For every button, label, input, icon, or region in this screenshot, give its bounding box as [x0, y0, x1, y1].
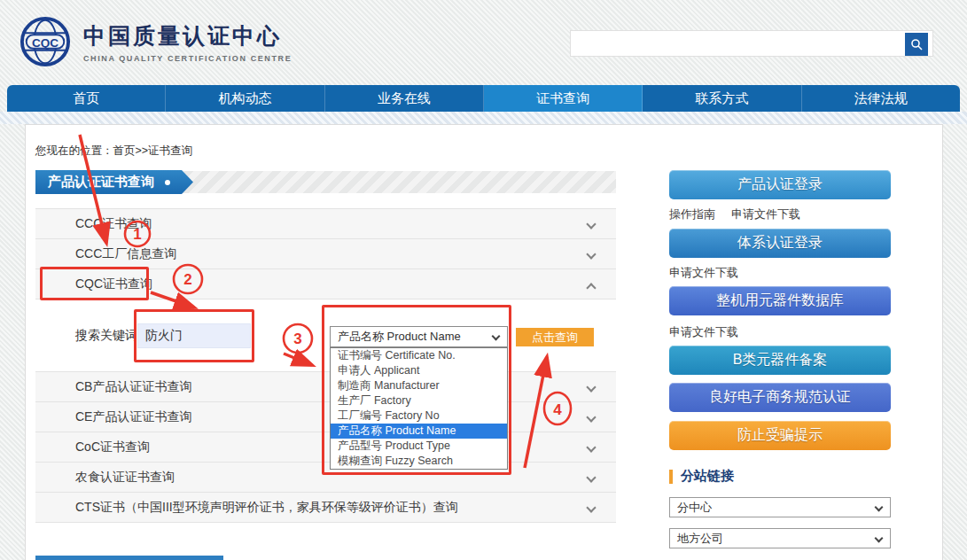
- cqc-search-panel: 搜索关键词: 产品名称 Product Name 点击查询 证书编号 Certi…: [35, 299, 616, 372]
- chevron-down-icon: [586, 382, 596, 392]
- svg-text:CQC: CQC: [32, 36, 58, 50]
- application-download-link[interactable]: 申请文件下载: [669, 324, 738, 340]
- chevron-down-icon: [586, 502, 596, 512]
- site-header: CQC 中国质量认证中心 CHINA QUALITY CERTIFICATION…: [0, 0, 967, 85]
- local-company-select[interactable]: 地方公司: [669, 528, 891, 548]
- nav-item-contact[interactable]: 联系方式: [643, 85, 801, 112]
- option-product-name[interactable]: 产品名称 Product Name: [331, 424, 507, 439]
- search-field-select[interactable]: 产品名称 Product Name: [330, 326, 508, 347]
- option-factory[interactable]: 生产厂 Factory: [331, 393, 507, 408]
- nav-item-laws[interactable]: 法律法规: [802, 85, 960, 112]
- chevron-down-icon: [586, 219, 596, 229]
- search-button[interactable]: [905, 33, 928, 56]
- section-header: 产品认证证书查询: [35, 170, 616, 194]
- option-certificate-no[interactable]: 证书编号 Certificate No.: [331, 348, 507, 363]
- nav-item-online-business[interactable]: 业务在线: [325, 85, 484, 112]
- class-b-component-button[interactable]: B类元器件备案: [669, 346, 891, 375]
- nav-sub-strip: [0, 112, 967, 124]
- search-field-dropdown-list: 证书编号 Certificate No. 申请人 Applicant 制造商 M…: [330, 347, 508, 470]
- accordion-item-ccc-factory[interactable]: CCC工厂信息查询: [35, 239, 616, 269]
- chevron-down-icon: [492, 332, 501, 341]
- fraud-warning-button[interactable]: 防止受骗提示: [669, 421, 891, 450]
- ecommerce-cert-button[interactable]: 良好电子商务规范认证: [669, 383, 891, 412]
- option-applicant[interactable]: 申请人 Applicant: [331, 363, 507, 378]
- site-logo[interactable]: CQC 中国质量认证中心 CHINA QUALITY CERTIFICATION…: [19, 16, 292, 67]
- page-title: 产品认证证书查询: [48, 174, 154, 191]
- chevron-down-icon: [586, 249, 596, 259]
- accordion-item-coc[interactable]: CoC证书查询: [35, 432, 616, 463]
- chevron-down-icon: [586, 412, 596, 422]
- chevron-down-icon: [875, 503, 884, 512]
- chevron-down-icon: [586, 442, 596, 452]
- system-cert-login-button[interactable]: 体系认证登录: [669, 229, 891, 258]
- search-icon: [910, 38, 923, 51]
- accordion-item-cb[interactable]: CB产品认证证书查询: [35, 372, 616, 402]
- accordion-item-agrifood[interactable]: 农食认证证书查询: [35, 463, 616, 493]
- site-title-cn: 中国质量认证中心: [83, 21, 292, 51]
- branch-center-select[interactable]: 分中心: [669, 497, 891, 517]
- site-title-en: CHINA QUALITY CERTIFICATION CENTRE: [83, 54, 292, 63]
- cqc-globe-icon: CQC: [19, 16, 71, 67]
- accordion-item-cts[interactable]: CTS证书（中国III型环境声明评价证书，家具环保等级评价证书）查询: [35, 493, 616, 523]
- option-manufacturer[interactable]: 制造商 Manufacturer: [331, 378, 507, 393]
- operation-guide-link[interactable]: 操作指南: [669, 206, 715, 222]
- nav-item-home[interactable]: 首页: [7, 85, 166, 112]
- accordion-item-ccc-certificate[interactable]: CCC证书查询: [35, 209, 616, 239]
- accordion-item-ce[interactable]: CE产品认证证书查询: [35, 402, 616, 432]
- next-section-ribbon-partial: [35, 556, 223, 560]
- component-database-button[interactable]: 整机用元器件数据库: [669, 286, 891, 315]
- accordion-item-cqc-certificate[interactable]: CQC证书查询: [35, 269, 616, 299]
- application-download-link[interactable]: 申请文件下载: [731, 206, 800, 222]
- branch-links-heading: 分站链接: [669, 468, 734, 485]
- query-button[interactable]: 点击查询: [516, 328, 594, 346]
- header-search-input[interactable]: [576, 33, 900, 54]
- nav-item-certificate-query[interactable]: 证书查询: [484, 85, 643, 112]
- nav-item-news[interactable]: 机构动态: [166, 85, 324, 112]
- application-download-link[interactable]: 申请文件下载: [669, 265, 738, 281]
- breadcrumb: 您现在的位置：首页>>证书查询: [35, 144, 192, 159]
- certificate-accordion: CCC证书查询 CCC工厂信息查询 CQC证书查询 搜索关键词: 产品名称 Pr…: [35, 208, 616, 523]
- keyword-input[interactable]: [137, 323, 251, 348]
- ribbon-dot: [165, 180, 170, 185]
- orange-bar-icon: [669, 470, 673, 484]
- product-cert-login-button[interactable]: 产品认证登录: [669, 170, 891, 199]
- page: CQC 中国质量认证中心 CHINA QUALITY CERTIFICATION…: [0, 0, 967, 560]
- chevron-down-icon: [586, 472, 596, 482]
- option-fuzzy-search[interactable]: 模糊查询 Fuzzy Search: [331, 454, 507, 469]
- option-factory-no[interactable]: 工厂编号 Factory No: [331, 408, 507, 424]
- option-product-type[interactable]: 产品型号 Product Type: [331, 439, 507, 454]
- header-search-bar: [570, 30, 933, 57]
- chevron-down-icon: [875, 534, 884, 543]
- main-nav: 首页 机构动态 业务在线 证书查询 联系方式 法律法规: [7, 85, 960, 112]
- chevron-up-icon: [586, 283, 596, 292]
- keyword-label: 搜索关键词:: [75, 328, 141, 344]
